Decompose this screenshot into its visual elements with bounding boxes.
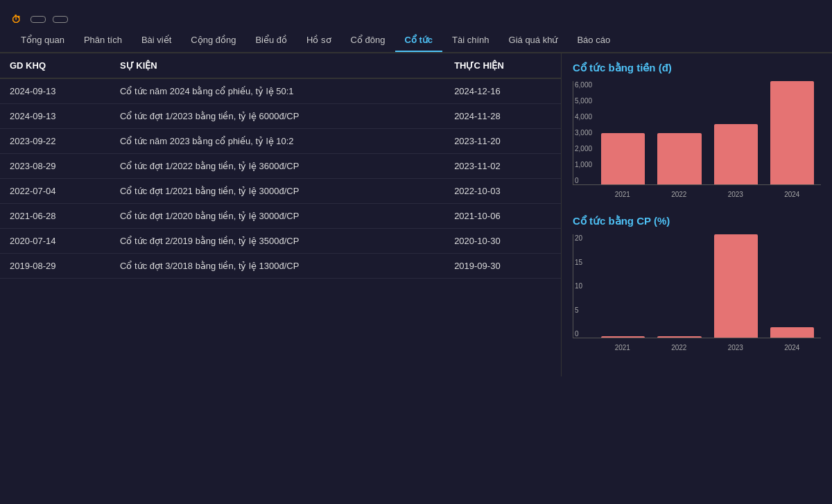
header: ⏱ <box>0 0 832 29</box>
bar-group <box>770 81 814 184</box>
cell-thuc-hien: 2023-11-02 <box>444 154 561 179</box>
bar <box>657 336 701 338</box>
col-su-kien: SỰ KIỆN <box>110 53 444 78</box>
ticker-row: ⏱ <box>11 14 68 25</box>
bar <box>714 234 758 338</box>
nav-tab-cổ-đông[interactable]: Cổ đông <box>341 29 395 52</box>
table-row: 2021-06-28 Cổ tức đợt 1/2020 bằng tiền, … <box>0 204 561 229</box>
cash-x-labels: 2021202220232024 <box>573 188 821 198</box>
nav-tab-cộng-đồng[interactable]: Cộng đồng <box>181 29 245 52</box>
table-row: 2024-09-13 Cổ tức đợt 1/2023 bằng tiền, … <box>0 104 561 129</box>
stock-chart-title: Cổ tức bằng CP (%) <box>573 215 821 227</box>
y-label: 20 <box>575 234 582 242</box>
x-label: 2024 <box>770 344 815 351</box>
cell-su-kien: Cổ tức đợt 1/2020 bằng tiền, tỷ lệ 3000đ… <box>110 204 444 229</box>
y-label: 2,000 <box>575 145 592 153</box>
cell-su-kien: Cổ tức năm 2023 bằng cổ phiếu, tỷ lệ 10:… <box>110 129 444 154</box>
content-area: GD KHQ SỰ KIỆN THỰC HIỆN 2024-09-13 Cổ t… <box>0 53 832 376</box>
cash-bar-chart: 6,0005,0004,0003,0002,0001,0000 20212022… <box>573 81 821 198</box>
nav-tab-báo-cáo[interactable]: Báo cáo <box>567 29 620 52</box>
cell-su-kien: Cổ tức đợt 1/2023 bằng tiền, tỷ lệ 6000đ… <box>110 104 444 129</box>
table-body: 2024-09-13 Cổ tức năm 2024 bằng cổ phiếu… <box>0 78 561 279</box>
cell-thuc-hien: 2024-12-16 <box>444 78 561 104</box>
y-label: 6,000 <box>575 81 592 89</box>
bar-group <box>657 81 701 184</box>
cell-gd-khq: 2024-09-13 <box>0 104 110 129</box>
cell-gd-khq: 2019-08-29 <box>0 254 110 279</box>
x-label: 2022 <box>657 191 702 198</box>
bieudo-button[interactable] <box>31 16 46 23</box>
cash-y-labels: 6,0005,0004,0003,0002,0001,0000 <box>573 81 593 184</box>
cash-chart-area: 6,0005,0004,0003,0002,0001,0000 <box>573 81 821 185</box>
cell-gd-khq: 2023-09-22 <box>0 129 110 154</box>
nav-tabs: Tổng quanPhân tíchBài viếtCộng đồngBiểu … <box>0 29 832 53</box>
cell-su-kien: Cổ tức năm 2024 bằng cổ phiếu, tỷ lệ 50:… <box>110 78 444 104</box>
bar <box>657 133 701 185</box>
y-label: 15 <box>575 259 582 266</box>
y-label: 4,000 <box>575 113 592 121</box>
header-left: ⏱ <box>11 8 68 25</box>
bar-group <box>601 234 645 338</box>
cell-su-kien: Cổ tức đợt 3/2018 bằng tiền, tỷ lệ 1300đ… <box>110 254 444 279</box>
charts-section: Cổ tức bằng tiền (đ) 6,0005,0004,0003,00… <box>562 53 832 376</box>
ticker-badge: ⏱ <box>11 14 24 25</box>
bar-group <box>601 81 645 184</box>
cell-su-kien: Cổ tức đợt 1/2021 bằng tiền, tỷ lệ 3000đ… <box>110 179 444 204</box>
nav-tab-tổng-quan[interactable]: Tổng quan <box>11 29 74 52</box>
nav-tab-giá-quá-khứ[interactable]: Giá quá khứ <box>499 29 568 52</box>
y-label: 0 <box>575 330 582 338</box>
x-label: 2023 <box>713 191 758 198</box>
table-section: GD KHQ SỰ KIỆN THỰC HIỆN 2024-09-13 Cổ t… <box>0 53 562 376</box>
stock-bar-chart: 20151050 2021202220232024 <box>573 234 821 351</box>
theodoi-button[interactable] <box>53 16 68 23</box>
stock-chart-area: 20151050 <box>573 234 821 338</box>
bar-group <box>714 234 758 338</box>
stock-y-labels: 20151050 <box>573 234 584 338</box>
cell-thuc-hien: 2021-10-06 <box>444 204 561 229</box>
cell-gd-khq: 2020-07-14 <box>0 229 110 254</box>
table-row: 2020-07-14 Cổ tức đợt 2/2019 bằng tiền, … <box>0 229 561 254</box>
bar-group <box>770 234 814 338</box>
y-label: 3,000 <box>575 129 592 137</box>
bar <box>714 124 758 184</box>
cell-thuc-hien: 2019-09-30 <box>444 254 561 279</box>
nav-tab-biểu-đồ[interactable]: Biểu đồ <box>245 29 297 52</box>
table-row: 2023-09-22 Cổ tức năm 2023 bằng cổ phiếu… <box>0 129 561 154</box>
nav-tab-tài-chính[interactable]: Tài chính <box>442 29 499 52</box>
stock-chart-container: Cổ tức bằng CP (%) 20151050 202120222023… <box>573 215 821 351</box>
x-label: 2021 <box>600 344 645 351</box>
bar <box>770 327 814 338</box>
cell-thuc-hien: 2020-10-30 <box>444 229 561 254</box>
y-label: 5,000 <box>575 97 592 105</box>
nav-tab-phân-tích[interactable]: Phân tích <box>74 29 132 52</box>
table-row: 2022-07-04 Cổ tức đợt 1/2021 bằng tiền, … <box>0 179 561 204</box>
x-label: 2021 <box>600 191 645 198</box>
bar-group <box>657 234 701 338</box>
dividend-table: GD KHQ SỰ KIỆN THỰC HIỆN 2024-09-13 Cổ t… <box>0 53 561 279</box>
nav-tab-hồ-sơ[interactable]: Hồ sơ <box>297 29 341 52</box>
cell-thuc-hien: 2023-11-20 <box>444 129 561 154</box>
cell-gd-khq: 2022-07-04 <box>0 179 110 204</box>
table-header: GD KHQ SỰ KIỆN THỰC HIỆN <box>0 53 561 78</box>
y-label: 10 <box>575 282 582 290</box>
nav-tab-bài-viết[interactable]: Bài viết <box>132 29 181 52</box>
bar <box>601 336 645 338</box>
stock-x-labels: 2021202220232024 <box>573 341 821 351</box>
y-label: 0 <box>575 177 592 184</box>
table-row: 2023-08-29 Cổ tức đợt 1/2022 bằng tiền, … <box>0 154 561 179</box>
table-row: 2024-09-13 Cổ tức năm 2024 bằng cổ phiếu… <box>0 78 561 104</box>
bar <box>770 81 814 184</box>
cell-thuc-hien: 2022-10-03 <box>444 179 561 204</box>
cell-su-kien: Cổ tức đợt 2/2019 bằng tiền, tỷ lệ 3500đ… <box>110 229 444 254</box>
col-gd-khq: GD KHQ <box>0 53 110 78</box>
nav-tab-cổ-tức[interactable]: Cổ tức <box>395 29 443 52</box>
cell-thuc-hien: 2024-11-28 <box>444 104 561 129</box>
col-thuc-hien: THỰC HIỆN <box>444 53 561 78</box>
cell-su-kien: Cổ tức đợt 1/2022 bằng tiền, tỷ lệ 3600đ… <box>110 154 444 179</box>
x-label: 2024 <box>770 191 815 198</box>
table-row: 2019-08-29 Cổ tức đợt 3/2018 bằng tiền, … <box>0 254 561 279</box>
x-label: 2023 <box>713 344 758 351</box>
cell-gd-khq: 2024-09-13 <box>0 78 110 104</box>
bar-group <box>714 81 758 184</box>
cash-chart-title: Cổ tức bằng tiền (đ) <box>573 62 821 74</box>
